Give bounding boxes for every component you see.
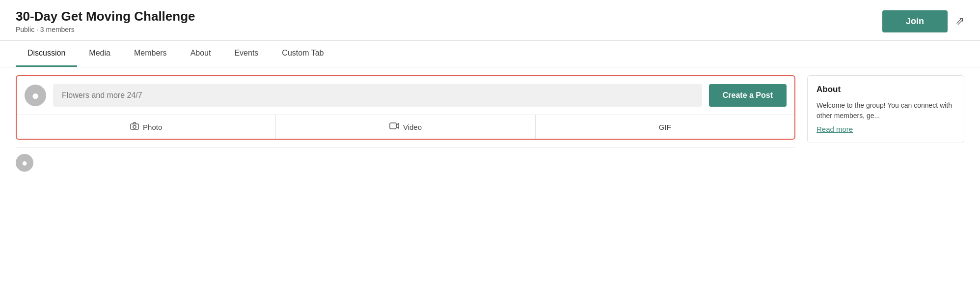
right-column: About Welcome to the group! You can conn… [807,67,964,172]
about-heading: About [817,85,955,94]
tab-nav: Discussion Media Members About Events Cu… [0,41,980,67]
page-header: 30-Day Get Moving Challenge Public · 3 m… [0,0,980,41]
tab-events[interactable]: Events [222,41,270,67]
post-create-box: ● Create a Post Photo [16,75,795,140]
photo-action[interactable]: Photo [17,115,276,139]
video-action[interactable]: Video [276,115,535,139]
tab-about[interactable]: About [179,41,223,67]
group-info: 30-Day Get Moving Challenge Public · 3 m… [16,9,195,33]
header-actions: Join ⇗ [882,10,964,32]
video-icon [389,122,399,131]
create-post-button[interactable]: Create a Post [709,84,787,107]
main-content: ● Create a Post Photo [0,67,980,172]
post-create-top: ● Create a Post [17,76,794,115]
gif-action[interactable]: GIF [536,115,794,139]
read-more-link[interactable]: Read more [817,125,853,133]
photo-label: Photo [143,123,162,131]
share-button[interactable]: ⇗ [955,15,964,28]
post-input[interactable] [53,84,702,107]
group-meta: Public · 3 members [16,26,195,33]
avatar-icon: ● [31,89,39,102]
svg-rect-2 [390,123,396,129]
left-column: ● Create a Post Photo [16,67,795,172]
join-button[interactable]: Join [882,10,948,32]
avatar: ● [25,85,46,106]
about-card: About Welcome to the group! You can conn… [807,75,964,143]
gif-label: GIF [659,123,671,131]
small-avatar-icon: ● [22,157,27,169]
tab-discussion[interactable]: Discussion [16,41,77,67]
tab-custom[interactable]: Custom Tab [270,41,335,67]
about-text: Welcome to the group! You can connect wi… [817,100,955,121]
camera-icon [130,122,139,132]
group-title: 30-Day Get Moving Challenge [16,9,195,24]
tab-members[interactable]: Members [122,41,179,67]
feed-area: ● [16,148,795,172]
video-label: Video [403,123,422,131]
svg-point-1 [133,125,136,128]
post-actions-bar: Photo Video GIF [17,115,794,139]
small-avatar: ● [16,154,33,172]
tab-media[interactable]: Media [77,41,122,67]
